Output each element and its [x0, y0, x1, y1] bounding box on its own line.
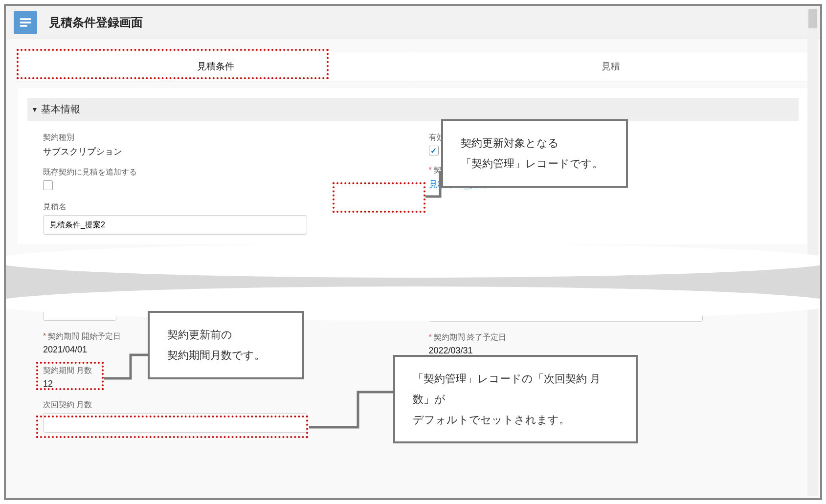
- required-asterisk: *: [43, 332, 46, 340]
- callout-line: 契約更新対象となる: [461, 133, 608, 153]
- tabs: 見積条件 見積: [18, 51, 808, 82]
- vertical-scrollbar[interactable]: [807, 8, 818, 496]
- field-grid-1: 契約種別 サブスクリプション 既存契約に見積を追加する 見積名 有効 ✓ *契: [27, 132, 799, 235]
- add-to-existing-checkbox[interactable]: [43, 180, 53, 190]
- col-left: 契約種別 サブスクリプション 既存契約に見積を追加する 見積名: [27, 132, 413, 235]
- svg-rect-0: [20, 18, 31, 20]
- next-months-label: 次回契約 月数: [43, 400, 413, 410]
- section-title: 基本情報: [41, 103, 80, 116]
- scrollbar-thumb[interactable]: [808, 9, 817, 28]
- callout-line: 「契約管理」レコードです。: [461, 153, 608, 174]
- next-months-input[interactable]: [43, 413, 307, 433]
- svg-rect-1: [20, 22, 31, 23]
- wave-cut-bottom: [4, 286, 822, 321]
- tab-estimate-conditions[interactable]: 見積条件: [18, 51, 413, 82]
- callout-line: デフォルトでセットされます。: [413, 410, 618, 430]
- chevron-down-icon: ▼: [31, 106, 38, 113]
- callout-next-months: 「契約管理」レコードの「次回契約 月数」が デフォルトでセットされます。: [393, 355, 638, 443]
- page-title: 見積条件登録画面: [49, 15, 143, 30]
- wave-cut-top: [4, 243, 822, 278]
- contract-type-value: サブスクリプション: [43, 146, 413, 157]
- estimate-name-input[interactable]: [43, 215, 307, 235]
- page-frame: 見積条件登録画面 見積条件 見積 ▼ 基本情報 契約種別 サブスクリプション 既…: [4, 4, 822, 500]
- section-panel: ▼ 基本情報 契約種別 サブスクリプション 既存契約に見積を追加する 見積名 有…: [18, 88, 808, 244]
- end-date-value: 2022/03/31: [429, 346, 799, 356]
- end-date-label: *契約期間 終了予定日: [429, 332, 799, 343]
- document-icon: [18, 15, 33, 30]
- app-icon: [14, 11, 37, 34]
- months-value: 12: [43, 379, 413, 389]
- callout-line: 契約更新前の: [167, 325, 285, 345]
- callout-months: 契約更新前の 契約期間月数です。: [148, 311, 304, 379]
- required-asterisk: *: [429, 166, 432, 174]
- header-bar: 見積条件登録画面: [6, 6, 820, 39]
- add-to-existing-label: 既存契約に見積を追加する: [43, 167, 413, 177]
- callout-contract-mgmt: 契約更新対象となる 「契約管理」レコードです。: [441, 119, 628, 188]
- content-area: 見積条件 見積 ▼ 基本情報 契約種別 サブスクリプション 既存契約に見積を追加…: [6, 39, 820, 498]
- section-header-basic[interactable]: ▼ 基本情報: [27, 98, 799, 121]
- svg-rect-2: [20, 25, 27, 27]
- callout-line: 契約期間月数です。: [167, 345, 285, 366]
- tab-estimate[interactable]: 見積: [413, 51, 808, 82]
- required-asterisk: *: [429, 333, 432, 341]
- valid-checkbox[interactable]: ✓: [429, 146, 439, 155]
- callout-line: 「契約管理」レコードの「次回契約 月数」が: [413, 369, 618, 410]
- contract-type-label: 契約種別: [43, 132, 413, 143]
- estimate-name-label: 見積名: [43, 202, 413, 212]
